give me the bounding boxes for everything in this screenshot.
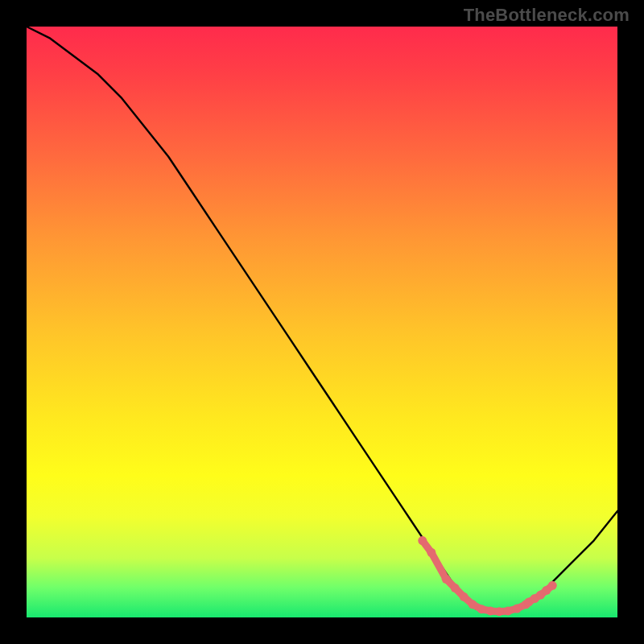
highlight-dots [418,536,556,616]
highlight-dot [418,536,427,545]
highlight-dot [477,605,486,613]
plot-area [27,27,617,617]
bottleneck-curve [27,27,617,612]
highlight-dot [451,584,460,592]
highlight-dot [460,592,469,601]
highlight-dot [486,606,495,615]
highlight-dot [495,607,504,616]
chart-frame: TheBottleneck.com [0,0,644,644]
highlight-dot [427,548,436,557]
highlight-dot [442,575,451,584]
highlight-dot [548,581,557,590]
highlight-dot [513,604,522,613]
highlight-dot [469,600,477,609]
highlight-dot [504,606,513,615]
curve-layer [27,27,617,617]
watermark-label: TheBottleneck.com [464,5,630,26]
